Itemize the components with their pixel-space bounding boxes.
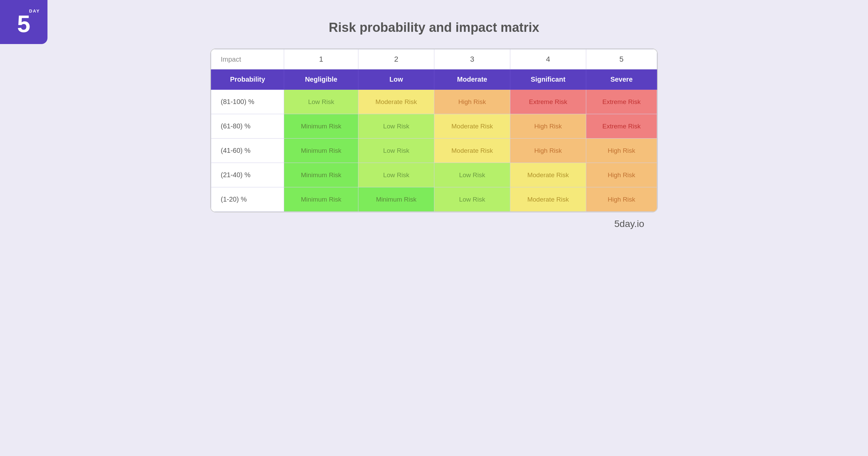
logo-five-label: 5 [17,12,31,36]
cell-r4-c4: High Risk [586,187,657,212]
col-header-severe: Severe [586,69,657,90]
table-row: (41-60) %Minimum RiskLow RiskModerate Ri… [211,139,657,163]
prob-label-row-0: (81-100) % [211,90,284,114]
cell-r2-c0: Minimum Risk [284,139,358,163]
cell-r1-c4: Extreme Risk [586,114,657,139]
cell-r3-c0: Minimum Risk [284,163,358,187]
page-title: Risk probability and impact matrix [210,20,658,35]
table-row: (21-40) %Minimum RiskLow RiskLow RiskMod… [211,163,657,187]
cell-r0-c0: Low Risk [284,90,358,114]
cell-r4-c2: Low Risk [434,187,510,212]
cell-r3-c4: High Risk [586,163,657,187]
col-number-3: 3 [434,49,510,69]
cell-r1-c0: Minimum Risk [284,114,358,139]
col-header-moderate: Moderate [434,69,510,90]
prob-label-row-1: (61-80) % [211,114,284,139]
cell-r2-c3: High Risk [510,139,586,163]
cell-r0-c4: Extreme Risk [586,90,657,114]
cell-r3-c1: Low Risk [358,163,434,187]
col-header-significant: Significant [510,69,586,90]
col-number-5: 5 [586,49,657,69]
impact-label: Impact [211,49,284,69]
column-numbers-row: Impact12345 [211,49,657,69]
cell-r0-c1: Moderate Risk [358,90,434,114]
col-header-low: Low [358,69,434,90]
cell-r3-c2: Low Risk [434,163,510,187]
table-row: (1-20) %Minimum RiskMinimum RiskLow Risk… [211,187,657,212]
prob-label-row-2: (41-60) % [211,139,284,163]
cell-r4-c0: Minimum Risk [284,187,358,212]
cell-r2-c1: Low Risk [358,139,434,163]
table-row: (81-100) %Low RiskModerate RiskHigh Risk… [211,90,657,114]
col-header-negligible: Negligible [284,69,358,90]
cell-r1-c2: Moderate Risk [434,114,510,139]
col-number-2: 2 [358,49,434,69]
cell-r2-c2: Moderate Risk [434,139,510,163]
cell-r4-c1: Minimum Risk [358,187,434,212]
cell-r0-c2: High Risk [434,90,510,114]
risk-matrix: Impact12345 ProbabilityNegligibleLowMode… [210,48,658,212]
cell-r1-c1: Low Risk [358,114,434,139]
branding-label: 5day.io [210,212,658,233]
table-row: (61-80) %Minimum RiskLow RiskModerate Ri… [211,114,657,139]
probability-header: Probability [211,69,284,90]
logo-day-label: DAY [29,8,40,14]
cell-r0-c3: Extreme Risk [510,90,586,114]
prob-label-row-4: (1-20) % [211,187,284,212]
prob-label-row-3: (21-40) % [211,163,284,187]
logo: DAY 5 [0,0,47,44]
col-number-4: 4 [510,49,586,69]
cell-r4-c3: Moderate Risk [510,187,586,212]
column-labels-row: ProbabilityNegligibleLowModerateSignific… [211,69,657,90]
cell-r1-c3: High Risk [510,114,586,139]
col-number-1: 1 [284,49,358,69]
cell-r3-c3: Moderate Risk [510,163,586,187]
cell-r2-c4: High Risk [586,139,657,163]
